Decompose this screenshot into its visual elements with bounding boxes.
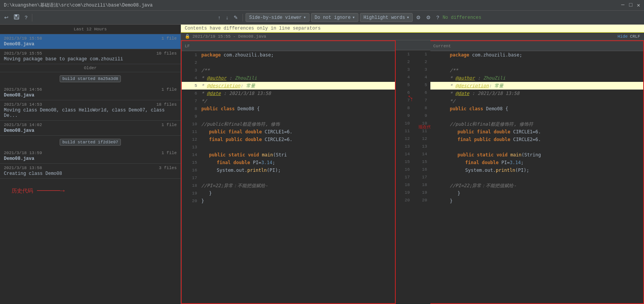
line-num-left-20: 20: [182, 197, 199, 205]
commit-name-5: Demo08.java: [4, 156, 177, 161]
ln-l-2: 2: [396, 58, 413, 66]
scroll-up-button[interactable]: ↑: [216, 13, 222, 22]
code-cell-right-1: package com.zhouzili.base;: [448, 51, 644, 59]
hide-button[interactable]: Hide: [617, 34, 627, 39]
commit-item-4[interactable]: 2021/3/18 14:02 1 file Demo08.java: [0, 121, 181, 136]
ln-l-12: 12: [396, 135, 413, 143]
close-button[interactable]: ✕: [637, 2, 640, 8]
line-num-left-15: 15: [182, 159, 199, 166]
code-row-right-16: System.out.println(PI);: [430, 166, 644, 174]
line-num-left-1: 1: [182, 51, 199, 59]
commit-item-selected[interactable]: 2021/3/19 15:58 1 file Demo08.java: [0, 34, 181, 49]
line-num-right-10: [430, 120, 448, 128]
line-num-left-4: 4: [182, 74, 199, 82]
left-code-panel: LF 1 package com.zhouzili.base; 2 3: [181, 40, 396, 304]
commit-message-1: Moving package base to package com.zhouz…: [4, 56, 177, 62]
viewer-dropdown-label: Side-by-side viewer: [249, 15, 302, 20]
ln-r-12: 12: [413, 135, 430, 143]
commit-item-6[interactable]: 2021/3/18 13:58 3 files Creating class D…: [0, 164, 181, 179]
ln-r-11: 11 现在代码: [413, 127, 430, 135]
ln-l-15: 15: [396, 158, 413, 166]
highlight-dropdown[interactable]: Highlight words ▾: [360, 13, 413, 22]
code-cell-right-6: * @date : 2021/3/18 13:58: [448, 90, 644, 97]
minimize-button[interactable]: ─: [621, 2, 624, 8]
commit-date-1: 2021/3/19 15:55: [4, 51, 42, 56]
main-toolbar: ↩ ? ↑ ↓ ✎ Side-by-side viewer ▾ Do not i…: [0, 11, 644, 25]
history-label: 历史代码 ─────→: [0, 179, 181, 199]
code-cell-left-7: */: [199, 97, 395, 105]
line-num-right-3: [430, 66, 448, 74]
commit-item-3[interactable]: 2021/3/18 14:53 18 files Moving class De…: [0, 100, 181, 121]
code-cell-left-6: * @date : 2021/3/18 13:58: [199, 90, 395, 97]
code-cell-right-16: System.out.println(PI);: [448, 166, 644, 174]
viewer-dropdown[interactable]: Side-by-side viewer ▾: [246, 13, 309, 22]
code-row-right-11: public final double CIRCLE1=6.: [430, 128, 644, 136]
code-row-left-15: 15 final double PI=3.14;: [182, 159, 395, 166]
history-arrow: ─────→: [37, 186, 65, 195]
ln-l-9: 9: [396, 112, 413, 120]
code-row-left-2: 2: [182, 59, 395, 66]
commit-name-0: Demo08.java: [4, 42, 177, 47]
line-num-right-20: [430, 197, 448, 205]
line-nums-header: [396, 40, 430, 50]
code-row-left-6: 6 * @date : 2021/3/18 13:58: [182, 90, 395, 97]
commit-item-1[interactable]: 2021/3/19 15:55 10 files Moving package …: [0, 49, 181, 64]
ln-r-18: 18: [413, 181, 430, 189]
commit-date-3: 2021/3/18 14:53: [4, 102, 42, 107]
code-row-right-1: package com.zhouzili.base;: [430, 51, 644, 59]
code-cell-right-4: * @author : ZhouZili: [448, 74, 644, 82]
ln-l-4: 4: [396, 73, 413, 81]
highlight-dropdown-label: Highlight words: [363, 15, 405, 20]
left-line-nums: 1 2 3 4 5 6 7 ↑ 8 9 10 11 12: [396, 50, 413, 304]
svg-rect-1: [15, 15, 17, 17]
diff-info-bar: Contents have differences only in line s…: [181, 25, 644, 33]
diff-help-button[interactable]: ?: [434, 13, 441, 22]
diff-info-message: Contents have differences only in line s…: [185, 26, 321, 31]
commit-name-2: Demo08.java: [4, 93, 177, 98]
code-cell-left-16: System.out.println(PI);: [199, 166, 395, 174]
code-row-right-10: //public和final都是修饰符, 修饰符: [430, 120, 644, 128]
commit-date-6: 2021/3/18 13:58: [4, 166, 42, 170]
ln-r-4: 4: [413, 73, 430, 81]
code-row-right-6: * @date : 2021/3/18 13:58: [430, 90, 644, 97]
code-row-left-8: 8 public class Demo08 {: [182, 105, 395, 113]
code-cell-right-20: }: [448, 197, 644, 205]
ln-r-8: 8: [413, 104, 430, 112]
code-cell-right-5: * @description: 常量: [448, 82, 644, 90]
ignore-dropdown[interactable]: Do not ignore ▾: [311, 13, 358, 22]
code-row-left-14: 14 public static void main(Stri: [182, 151, 395, 159]
maximize-button[interactable]: □: [629, 2, 632, 8]
code-row-left-19: 19 }: [182, 189, 395, 197]
help-button[interactable]: ?: [23, 13, 29, 22]
code-row-left-13: 13: [182, 143, 395, 151]
code-cell-left-15: final double PI=3.14;: [199, 159, 395, 166]
line-num-right-16: [430, 166, 448, 174]
commit-files-3: 18 files: [156, 102, 177, 107]
viewer-dropdown-arrow: ▾: [303, 15, 306, 20]
line-num-left-6: 6: [182, 90, 199, 97]
code-row-right-5: * @description: 常量: [430, 82, 644, 90]
commit-files-1: 10 files: [156, 51, 177, 56]
ln-l-14: 14: [396, 150, 413, 158]
commit-message-3: Moving class Demo08, class HelloWorld, c…: [4, 108, 177, 118]
line-num-right-6: [430, 90, 448, 97]
commit-item-5[interactable]: 2021/3/18 13:59 1 file Demo08.java: [0, 149, 181, 164]
diff-settings-button[interactable]: ⚙: [424, 13, 433, 22]
code-row-right-9: [430, 113, 644, 120]
commit-name-4: Demo08.java: [4, 128, 177, 133]
code-cell-right-10: //public和final都是修饰符, 修饰符: [448, 120, 644, 128]
edit-button[interactable]: ✎: [232, 13, 240, 22]
ln-r-20: 20: [413, 196, 430, 204]
code-cell-right-7: */: [448, 97, 644, 105]
commit-item-2[interactable]: 2021/3/18 14:56 1 file Demo08.java: [0, 85, 181, 100]
settings-icon[interactable]: ⚙: [414, 13, 423, 22]
code-cell-left-12: final public double CIRCLE2=6.: [199, 136, 395, 143]
code-cell-left-1: package com.zhouzili.base;: [199, 51, 395, 59]
code-row-left-5: 5 * @description: 常量: [182, 82, 395, 90]
crlf-label: CRLF: [630, 34, 640, 39]
save-button[interactable]: [12, 13, 21, 22]
scroll-down-button[interactable]: ↓: [224, 13, 231, 22]
ln-l-16: 16: [396, 166, 413, 173]
back-button[interactable]: ↩: [2, 13, 10, 22]
line-num-left-18: 18: [182, 182, 199, 189]
